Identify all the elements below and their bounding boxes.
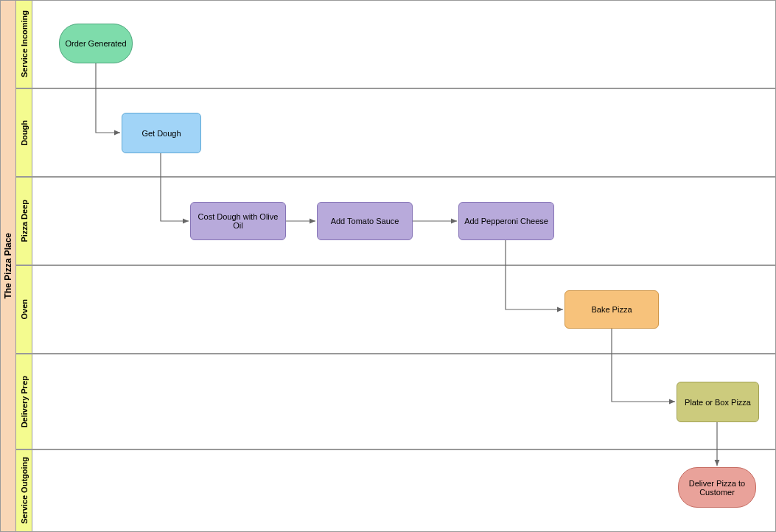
lane-oven [32,265,776,354]
lane-title-service-outgoing: Service Outgoing [16,449,32,532]
node-bake-pizza[interactable]: Bake Pizza [564,290,659,329]
lane-service-incoming [32,0,776,88]
pool-title-text: The Pizza Place [3,233,13,298]
lane-title-dough: Dough [16,88,32,177]
node-get-dough[interactable]: Get Dough [122,113,201,153]
lane-delivery-prep [32,354,776,449]
lane-title-oven: Oven [16,265,32,354]
lane-title-pizza-deep: Pizza Deep [16,177,32,265]
node-add-tomato-sauce[interactable]: Add Tomato Sauce [317,202,413,240]
lane-service-outgoing [32,449,776,532]
lane-title-delivery-prep: Delivery Prep [16,354,32,449]
node-plate-box-pizza[interactable]: Plate or Box Pizza [677,382,759,422]
pool-title: The Pizza Place [0,0,16,532]
node-add-pepperoni-cheese[interactable]: Add Pepperoni Cheese [458,202,554,240]
lane-title-service-incoming: Service Incoming [16,0,32,88]
node-order-generated[interactable]: Order Generated [59,24,133,63]
node-deliver-pizza[interactable]: Deliver Pizza to Customer [678,467,756,508]
node-cost-dough-olive-oil[interactable]: Cost Dough with Olive Oil [190,202,286,240]
